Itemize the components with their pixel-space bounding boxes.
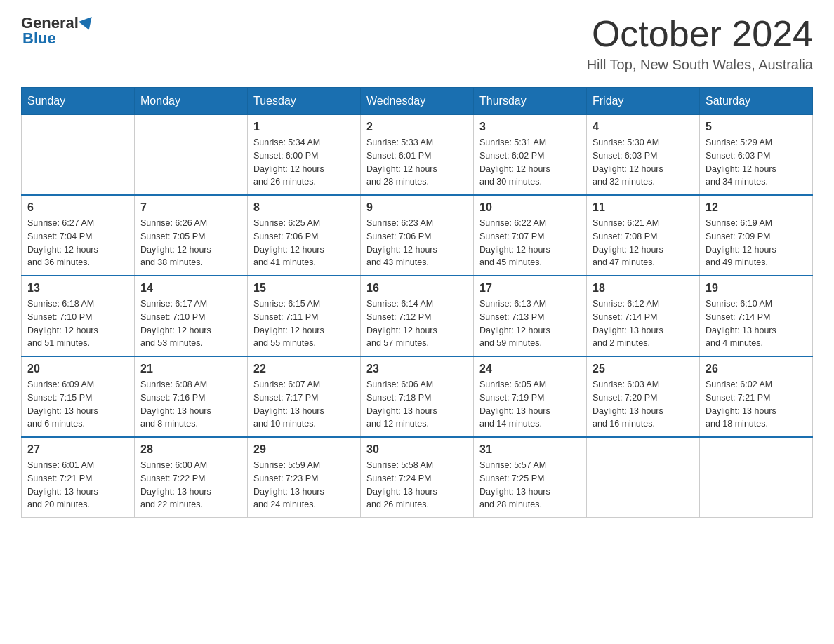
day-info: Sunrise: 6:08 AM Sunset: 7:16 PM Dayligh… [140, 378, 241, 431]
day-info: Sunrise: 6:03 AM Sunset: 7:20 PM Dayligh… [593, 378, 694, 431]
calendar-week-row: 20Sunrise: 6:09 AM Sunset: 7:15 PM Dayli… [22, 356, 813, 437]
day-info: Sunrise: 6:01 AM Sunset: 7:21 PM Dayligh… [27, 459, 128, 511]
day-number: 18 [593, 282, 694, 295]
calendar-cell: 12Sunrise: 6:19 AM Sunset: 7:09 PM Dayli… [700, 195, 813, 276]
calendar-cell: 17Sunrise: 6:13 AM Sunset: 7:13 PM Dayli… [474, 276, 587, 356]
day-number: 17 [479, 282, 581, 295]
calendar-cell: 28Sunrise: 6:00 AM Sunset: 7:22 PM Dayli… [135, 437, 248, 518]
logo: General Blue [21, 14, 94, 48]
calendar-cell: 15Sunrise: 6:15 AM Sunset: 7:11 PM Dayli… [248, 276, 361, 356]
calendar-cell [22, 115, 135, 196]
day-info: Sunrise: 5:57 AM Sunset: 7:25 PM Dayligh… [479, 459, 581, 511]
day-info: Sunrise: 6:02 AM Sunset: 7:21 PM Dayligh… [706, 378, 807, 431]
day-info: Sunrise: 6:25 AM Sunset: 7:06 PM Dayligh… [253, 217, 355, 269]
calendar-cell: 10Sunrise: 6:22 AM Sunset: 7:07 PM Dayli… [474, 195, 587, 276]
calendar-week-row: 27Sunrise: 6:01 AM Sunset: 7:21 PM Dayli… [22, 437, 813, 518]
calendar-weekday-header: Tuesday [248, 88, 361, 115]
calendar-cell: 9Sunrise: 6:23 AM Sunset: 7:06 PM Daylig… [361, 195, 474, 276]
calendar-weekday-header: Sunday [22, 88, 135, 115]
calendar-cell: 3Sunrise: 5:31 AM Sunset: 6:02 PM Daylig… [474, 115, 587, 196]
calendar-cell: 29Sunrise: 5:59 AM Sunset: 7:23 PM Dayli… [248, 437, 361, 518]
day-number: 5 [706, 121, 807, 133]
day-number: 30 [366, 443, 468, 456]
calendar-weekday-header: Thursday [474, 88, 587, 115]
day-number: 16 [366, 282, 468, 295]
calendar-cell: 26Sunrise: 6:02 AM Sunset: 7:21 PM Dayli… [700, 356, 813, 437]
day-number: 31 [479, 443, 581, 456]
day-info: Sunrise: 5:58 AM Sunset: 7:24 PM Dayligh… [366, 459, 468, 511]
day-number: 9 [366, 201, 468, 214]
day-number: 22 [253, 363, 355, 375]
day-number: 28 [140, 443, 241, 456]
calendar-cell: 2Sunrise: 5:33 AM Sunset: 6:01 PM Daylig… [361, 115, 474, 196]
day-number: 27 [27, 443, 128, 456]
day-info: Sunrise: 6:18 AM Sunset: 7:10 PM Dayligh… [27, 297, 128, 350]
day-info: Sunrise: 6:00 AM Sunset: 7:22 PM Dayligh… [140, 459, 241, 511]
day-number: 20 [27, 363, 128, 375]
calendar-cell: 6Sunrise: 6:27 AM Sunset: 7:04 PM Daylig… [22, 195, 135, 276]
day-info: Sunrise: 6:14 AM Sunset: 7:12 PM Dayligh… [366, 297, 468, 350]
calendar-week-row: 1Sunrise: 5:34 AM Sunset: 6:00 PM Daylig… [22, 115, 813, 196]
calendar-cell: 8Sunrise: 6:25 AM Sunset: 7:06 PM Daylig… [248, 195, 361, 276]
calendar-cell [587, 437, 700, 518]
day-number: 6 [27, 201, 128, 214]
calendar-cell: 31Sunrise: 5:57 AM Sunset: 7:25 PM Dayli… [474, 437, 587, 518]
calendar-cell [700, 437, 813, 518]
day-number: 1 [253, 121, 355, 133]
calendar-cell: 20Sunrise: 6:09 AM Sunset: 7:15 PM Dayli… [22, 356, 135, 437]
day-info: Sunrise: 6:05 AM Sunset: 7:19 PM Dayligh… [479, 378, 581, 431]
calendar-cell: 7Sunrise: 6:26 AM Sunset: 7:05 PM Daylig… [135, 195, 248, 276]
calendar-table: SundayMondayTuesdayWednesdayThursdayFrid… [21, 87, 813, 518]
calendar-cell: 23Sunrise: 6:06 AM Sunset: 7:18 PM Dayli… [361, 356, 474, 437]
day-info: Sunrise: 6:19 AM Sunset: 7:09 PM Dayligh… [706, 217, 807, 269]
calendar-weekday-header: Wednesday [361, 88, 474, 115]
title-area: October 2024 Hill Top, New South Wales, … [587, 14, 813, 73]
day-number: 19 [706, 282, 807, 295]
calendar-cell: 13Sunrise: 6:18 AM Sunset: 7:10 PM Dayli… [22, 276, 135, 356]
day-info: Sunrise: 5:29 AM Sunset: 6:03 PM Dayligh… [706, 136, 807, 189]
day-number: 7 [140, 201, 241, 214]
day-info: Sunrise: 6:27 AM Sunset: 7:04 PM Dayligh… [27, 217, 128, 269]
calendar-week-row: 13Sunrise: 6:18 AM Sunset: 7:10 PM Dayli… [22, 276, 813, 356]
day-number: 2 [366, 121, 468, 133]
day-info: Sunrise: 6:22 AM Sunset: 7:07 PM Dayligh… [479, 217, 581, 269]
calendar-week-row: 6Sunrise: 6:27 AM Sunset: 7:04 PM Daylig… [22, 195, 813, 276]
day-info: Sunrise: 6:17 AM Sunset: 7:10 PM Dayligh… [140, 297, 241, 350]
day-info: Sunrise: 6:23 AM Sunset: 7:06 PM Dayligh… [366, 217, 468, 269]
calendar-cell: 4Sunrise: 5:30 AM Sunset: 6:03 PM Daylig… [587, 115, 700, 196]
calendar-cell: 30Sunrise: 5:58 AM Sunset: 7:24 PM Dayli… [361, 437, 474, 518]
calendar-weekday-header: Monday [135, 88, 248, 115]
calendar-cell [135, 115, 248, 196]
day-number: 11 [593, 201, 694, 214]
calendar-cell: 16Sunrise: 6:14 AM Sunset: 7:12 PM Dayli… [361, 276, 474, 356]
calendar-cell: 11Sunrise: 6:21 AM Sunset: 7:08 PM Dayli… [587, 195, 700, 276]
calendar-cell: 5Sunrise: 5:29 AM Sunset: 6:03 PM Daylig… [700, 115, 813, 196]
calendar-cell: 22Sunrise: 6:07 AM Sunset: 7:17 PM Dayli… [248, 356, 361, 437]
day-info: Sunrise: 6:07 AM Sunset: 7:17 PM Dayligh… [253, 378, 355, 431]
day-number: 8 [253, 201, 355, 214]
calendar-cell: 1Sunrise: 5:34 AM Sunset: 6:00 PM Daylig… [248, 115, 361, 196]
logo-triangle-icon [79, 17, 95, 32]
calendar-cell: 14Sunrise: 6:17 AM Sunset: 7:10 PM Dayli… [135, 276, 248, 356]
day-info: Sunrise: 5:33 AM Sunset: 6:01 PM Dayligh… [366, 136, 468, 189]
calendar-cell: 18Sunrise: 6:12 AM Sunset: 7:14 PM Dayli… [587, 276, 700, 356]
page-header: General Blue October 2024 Hill Top, New … [21, 14, 813, 73]
day-info: Sunrise: 6:12 AM Sunset: 7:14 PM Dayligh… [593, 297, 694, 350]
day-info: Sunrise: 6:15 AM Sunset: 7:11 PM Dayligh… [253, 297, 355, 350]
day-number: 21 [140, 363, 241, 375]
day-info: Sunrise: 5:59 AM Sunset: 7:23 PM Dayligh… [253, 459, 355, 511]
day-number: 25 [593, 363, 694, 375]
calendar-cell: 21Sunrise: 6:08 AM Sunset: 7:16 PM Dayli… [135, 356, 248, 437]
calendar-weekday-header: Friday [587, 88, 700, 115]
day-info: Sunrise: 6:21 AM Sunset: 7:08 PM Dayligh… [593, 217, 694, 269]
day-info: Sunrise: 5:30 AM Sunset: 6:03 PM Dayligh… [593, 136, 694, 189]
day-number: 23 [366, 363, 468, 375]
calendar-weekday-header: Saturday [700, 88, 813, 115]
day-info: Sunrise: 6:26 AM Sunset: 7:05 PM Dayligh… [140, 217, 241, 269]
day-number: 14 [140, 282, 241, 295]
location-subtitle: Hill Top, New South Wales, Australia [587, 57, 813, 73]
day-info: Sunrise: 6:10 AM Sunset: 7:14 PM Dayligh… [706, 297, 807, 350]
day-number: 3 [479, 121, 581, 133]
day-info: Sunrise: 5:31 AM Sunset: 6:02 PM Dayligh… [479, 136, 581, 189]
day-number: 26 [706, 363, 807, 375]
